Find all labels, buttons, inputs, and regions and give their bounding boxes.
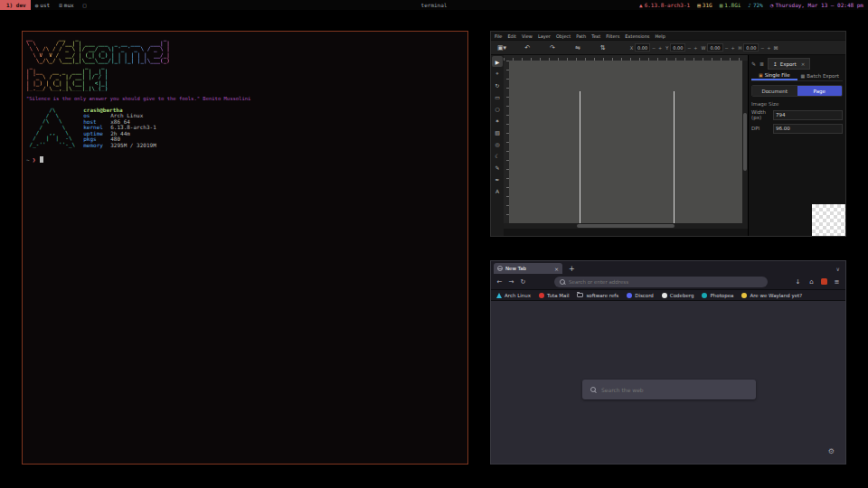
tool-button[interactable]: ▶ xyxy=(492,56,503,67)
menu-item[interactable]: Text xyxy=(591,33,600,39)
tool-icon: ☾ xyxy=(495,153,499,159)
bookmark-item[interactable]: Photopea xyxy=(702,293,733,298)
export-mode-tab[interactable]: ▣ Single File xyxy=(751,70,797,80)
forward-button[interactable]: → xyxy=(507,278,515,286)
menu-icon[interactable]: ≡ xyxy=(833,278,841,286)
downloads-icon[interactable]: ↓ xyxy=(794,278,802,286)
spinbox-value[interactable]: 0.00 xyxy=(743,43,759,52)
reload-button[interactable]: ↻ xyxy=(519,278,527,286)
workspace-item[interactable]: ⊞ mux xyxy=(54,0,78,10)
export-area-buttons: Document Page xyxy=(751,85,843,97)
status-segment: ◔ Thursday, Mar 13 — 02:48 pm xyxy=(770,2,863,8)
menu-item[interactable]: Help xyxy=(655,33,665,39)
browser-tab[interactable]: New Tab × xyxy=(494,263,562,274)
ublock-extension-icon[interactable] xyxy=(821,278,827,285)
canvas-horizontal-scrollbar[interactable] xyxy=(504,223,748,229)
url-input[interactable] xyxy=(569,279,762,285)
workspace-item[interactable]: □ xyxy=(79,0,93,10)
back-button[interactable]: ← xyxy=(495,278,504,286)
new-tab-button[interactable]: + xyxy=(569,265,575,273)
menu-item[interactable]: File xyxy=(495,33,502,39)
menu-item[interactable]: View xyxy=(522,33,533,39)
url-bar[interactable] xyxy=(554,277,768,287)
spinbox-increment[interactable]: + xyxy=(731,45,736,51)
width-input[interactable] xyxy=(773,110,843,120)
export-area-label: Document xyxy=(762,89,788,94)
tool-controls-bar: ▣▾ ↶ ↷ ⇋ ⇅ X 0.00 − + xyxy=(491,40,845,55)
workspace-item[interactable]: ◍ ust xyxy=(31,0,54,10)
tool-button[interactable]: ☾ xyxy=(492,150,503,161)
shell-prompt[interactable]: ~ ❯ xyxy=(26,156,464,163)
selection-mode-icon[interactable]: ▣▾ xyxy=(497,44,506,52)
scrollbar-thumb[interactable] xyxy=(743,113,747,172)
browser-window: New Tab × + ∨ ← → ↻ ↓ ⌂ ≡ Arch Linux xyxy=(490,260,846,465)
tool-button[interactable]: ▧ xyxy=(492,127,503,137)
tab-close-icon[interactable]: × xyxy=(554,266,559,272)
web-search-input[interactable] xyxy=(601,387,748,393)
dialog-icon-edit[interactable]: ✎ xyxy=(751,61,756,67)
menu-item[interactable]: Object xyxy=(556,33,571,39)
spinbox-decrement[interactable]: − xyxy=(760,45,765,51)
tool-button[interactable]: ◎ xyxy=(492,138,503,149)
scrollbar-thumb[interactable] xyxy=(577,224,675,228)
menu-item[interactable]: Filters xyxy=(606,33,619,39)
home-icon[interactable]: ⌂ xyxy=(807,278,816,286)
spinbox-increment[interactable]: + xyxy=(766,45,771,51)
tool-button[interactable]: ✒ xyxy=(492,174,503,184)
spinbox[interactable]: W 0.00 − + xyxy=(701,43,735,52)
tool-button[interactable]: A xyxy=(492,185,503,196)
bookmark-favicon xyxy=(702,293,707,298)
tool-button[interactable]: ▭ xyxy=(492,91,503,102)
spinbox-decrement[interactable]: − xyxy=(686,45,692,51)
personalize-gear-icon[interactable]: ⚙ xyxy=(828,448,835,455)
close-icon[interactable]: × xyxy=(801,61,806,67)
tool-icon: ▭ xyxy=(495,94,500,100)
bookmark-item[interactable]: software refs xyxy=(577,293,618,298)
spinbox-decrement[interactable]: − xyxy=(724,45,730,51)
tool-button[interactable]: ⌖ xyxy=(492,68,503,79)
terminal-window: __ __ _ _ \ \ / /__| | ___ ___ _ __ ___ … xyxy=(22,31,468,465)
export-dialog-tab[interactable]: ↥ Export × xyxy=(768,58,810,70)
export-area-button[interactable]: Document xyxy=(752,86,797,96)
bookmark-item[interactable]: Are we Wayland yet? xyxy=(741,293,802,298)
export-mode-tab[interactable]: ▦ Batch Export xyxy=(797,70,844,80)
tool-button[interactable]: ✎ xyxy=(492,162,503,173)
tool-button[interactable]: ○ xyxy=(492,103,503,114)
lock-ratio-icon[interactable]: ⊠ xyxy=(773,44,778,51)
bookmark-item[interactable]: Codeberg xyxy=(662,293,694,298)
dialog-icon-layers[interactable]: ≣ xyxy=(760,61,764,67)
tool-button[interactable]: ✶ xyxy=(492,115,503,126)
menu-item[interactable]: Path xyxy=(576,33,586,39)
spinbox[interactable]: Y 0.00 − + xyxy=(665,43,698,52)
status-text: 6.13.8-arch3-1 xyxy=(645,2,691,8)
spinbox[interactable]: H 0.00 − + xyxy=(739,43,772,52)
spinbox-increment[interactable]: + xyxy=(657,45,663,51)
menu-item[interactable]: Extensions xyxy=(625,33,649,39)
transform-icon[interactable]: ⇋ xyxy=(575,44,580,52)
web-search-box[interactable] xyxy=(582,380,756,399)
bookmark-item[interactable]: Arch Linux xyxy=(496,293,531,298)
globe-favicon-icon xyxy=(497,266,503,271)
dpi-input[interactable] xyxy=(773,124,843,134)
transform-icon[interactable]: ↷ xyxy=(550,44,555,52)
transform-icon[interactable]: ↶ xyxy=(524,44,530,52)
bookmark-item[interactable]: Tuta Mail xyxy=(539,293,569,298)
menu-item[interactable]: Edit xyxy=(507,33,516,39)
spinbox-value[interactable]: 0.00 xyxy=(635,43,650,52)
spinbox-increment[interactable]: + xyxy=(693,45,698,51)
spinbox[interactable]: X 0.00 − + xyxy=(630,43,664,52)
tool-button[interactable]: ↻ xyxy=(492,80,503,90)
bookmark-label: software refs xyxy=(586,293,618,298)
export-area-button[interactable]: Page xyxy=(797,86,843,96)
spinbox-value[interactable]: 0.00 xyxy=(707,43,722,52)
list-tabs-chevron-icon[interactable]: ∨ xyxy=(836,266,843,272)
menu-item[interactable]: Layer xyxy=(538,33,551,39)
spinbox-value[interactable]: 0.00 xyxy=(670,43,685,52)
page-border-left xyxy=(580,91,580,224)
bookmark-item[interactable]: Discord xyxy=(627,293,654,298)
spinbox-decrement[interactable]: − xyxy=(651,45,656,51)
transform-icon[interactable]: ⇅ xyxy=(600,44,606,52)
inkscape-canvas[interactable] xyxy=(509,61,742,223)
workspace-item[interactable]: 1) dev xyxy=(0,0,31,10)
search-icon xyxy=(560,279,565,285)
